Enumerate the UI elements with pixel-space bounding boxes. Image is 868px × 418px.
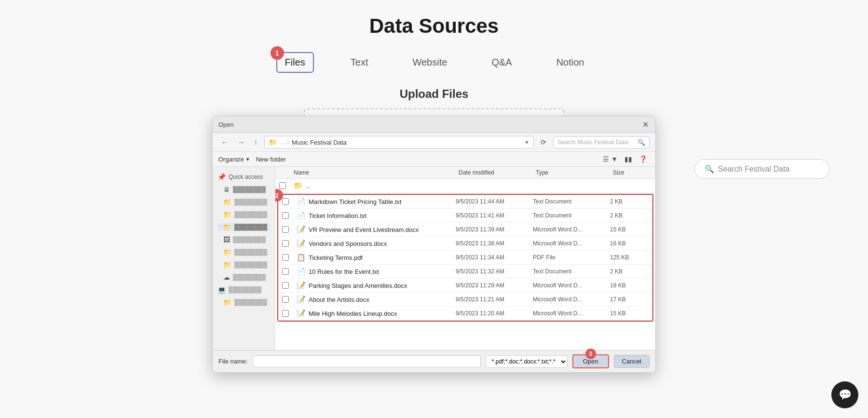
sidebar-item-3[interactable]: 📁 ████████ (213, 208, 275, 221)
page-title: Data Sources (369, 14, 499, 38)
quickaccess-icon: 📌 (217, 173, 226, 181)
address-folder-icon: 📁 (269, 138, 277, 146)
desktop-icon: 🖥 (223, 186, 230, 193)
file-checkbox-0[interactable] (282, 198, 289, 205)
file-icon-doc-6: 📝 (297, 281, 306, 290)
file-row-5[interactable]: 📄 10 Rules for the Event.txt 9/5/2023 11… (278, 265, 652, 279)
file-row-7[interactable]: 📝 About the Artists.docx 9/5/2023 11:21 … (278, 293, 652, 307)
search-festival-bar[interactable]: 🔍 Search Festival Data (694, 159, 829, 179)
file-checkbox-6[interactable] (282, 282, 289, 289)
file-checkbox-5[interactable] (282, 268, 289, 275)
open-button[interactable]: 3 Open (572, 354, 609, 368)
dialog-sidebar: 📌 Quick access 🖥 ████████ 📁 ████████ 📁 (213, 167, 275, 350)
col-date: Date modified (459, 169, 536, 176)
nav-up-button[interactable]: ↑ (251, 137, 260, 147)
file-row-4[interactable]: 📋 Ticketing Terms.pdf 9/5/2023 11:34 AM … (278, 251, 652, 265)
address-chevron-icon: ▼ (524, 139, 529, 145)
tab-website[interactable]: Website (405, 53, 455, 72)
file-row-1[interactable]: 📄 Ticket Information.txt 9/5/2023 11:41 … (278, 209, 652, 223)
new-folder-button[interactable]: New folder (256, 156, 286, 163)
search-icon: 🔍 (705, 164, 714, 174)
sidebar-item-10[interactable]: 📁 ████████ (213, 296, 275, 309)
tab-qa[interactable]: Q&A (484, 53, 519, 72)
file-checkbox-parent[interactable] (279, 182, 286, 189)
upload-title: Upload Files (400, 87, 469, 101)
tab-files[interactable]: 1 Files (276, 52, 314, 73)
filetype-select[interactable]: *.pdf;*.doc;*.docx;*.txt;*.* (486, 355, 568, 368)
address-path: Music Festival Data (292, 139, 521, 146)
dialog-actions-bar: Organize ▼ New folder ☰ ▼ ▮▮ ❓ (213, 152, 655, 167)
nav-forward-button[interactable]: → (235, 137, 247, 147)
file-icon-doc-2: 📝 (297, 225, 306, 234)
sidebar-item-7[interactable]: 📁 ████████ (213, 258, 275, 271)
dialog-search-icon: 🔍 (637, 139, 645, 146)
filename-input[interactable] (253, 355, 481, 367)
sidebar-item-5[interactable]: 🖼 ████████ (213, 233, 275, 246)
sidebar-item-6[interactable]: 📁 ████████ (213, 246, 275, 258)
file-row-3[interactable]: 📝 Vendors and Sponsors.docx 9/5/2023 11:… (278, 237, 652, 251)
file-row-6[interactable]: 📝 Parking Stages and Amenities.docx 9/5/… (278, 279, 652, 293)
cancel-button[interactable]: Cancel (614, 355, 650, 368)
sidebar-item-8[interactable]: ☁ ████████ (213, 271, 275, 283)
files-highlight-region: 2 📄 Markdown Ticket Pricing Table.txt 9/… (277, 194, 653, 322)
dialog-close-button[interactable]: ✕ (641, 120, 650, 129)
tab-text[interactable]: Text (343, 53, 376, 72)
file-icon-txt-1: 📄 (297, 211, 306, 220)
file-list-header: Name Date modified Type Size (275, 167, 655, 179)
view-detail-button[interactable]: ▮▮ (622, 154, 635, 164)
address-bar[interactable]: 📁 … › Music Festival Data ▼ (264, 136, 534, 148)
file-checkbox-2[interactable] (282, 226, 289, 233)
file-icon-pdf-4: 📋 (297, 253, 306, 262)
step-badge-3: 3 (585, 349, 596, 359)
refresh-button[interactable]: ⟳ (538, 137, 549, 147)
dialog-titlebar: Open ✕ (213, 116, 655, 133)
file-row-0[interactable]: 📄 Markdown Ticket Pricing Table.txt 9/5/… (278, 195, 652, 209)
organize-button[interactable]: Organize ▼ (218, 156, 250, 163)
chatbot-icon: 💬 (839, 389, 852, 401)
dialog-toolbar: ← → ↑ 📁 … › Music Festival Data ▼ ⟳ Sear… (213, 133, 655, 152)
file-checkbox-4[interactable] (282, 254, 289, 261)
dialog-filelist: Name Date modified Type Size 📁 .. 2 (275, 167, 655, 350)
tabs-container: 1 Files Text Website Q&A Notion (276, 52, 592, 73)
sidebar-item-desktop[interactable]: 🖥 ████████ (213, 183, 275, 196)
folder-up-icon: 📁 (294, 181, 303, 190)
file-icon-txt-5: 📄 (297, 267, 306, 276)
chatbot-icon-button[interactable]: 💬 (831, 381, 858, 408)
sidebar-item-9[interactable]: 💻 ████████ (213, 283, 275, 296)
tab-notion[interactable]: Notion (549, 53, 592, 72)
dialog-body: 📌 Quick access 🖥 ████████ 📁 ████████ 📁 (213, 167, 655, 350)
sidebar-item-4[interactable]: 📁 ████████ (213, 221, 275, 233)
file-checkbox-8[interactable] (282, 310, 289, 317)
view-controls: ☰ ▼ ▮▮ ❓ (600, 154, 650, 164)
file-icon-doc-7: 📝 (297, 295, 306, 304)
sidebar-item-2[interactable]: 📁 ████████ (213, 196, 275, 208)
help-button[interactable]: ❓ (637, 154, 650, 164)
col-name: Name (294, 169, 459, 176)
file-checkbox-3[interactable] (282, 240, 289, 247)
col-size: Size (613, 169, 651, 176)
file-checkbox-7[interactable] (282, 296, 289, 303)
file-icon-txt-0: 📄 (297, 197, 306, 206)
organize-chevron-icon: ▼ (245, 157, 250, 162)
file-icon-doc-3: 📝 (297, 239, 306, 248)
file-row-2[interactable]: 📝 VR Preview and Event Livestream.docx 9… (278, 223, 652, 237)
file-checkbox-1[interactable] (282, 212, 289, 219)
nav-back-button[interactable]: ← (218, 137, 231, 147)
sidebar-item-quickaccess[interactable]: 📌 Quick access (213, 171, 275, 183)
file-row-8[interactable]: 📝 Mile High Melodies Lineup.docx 9/5/202… (278, 307, 652, 321)
file-icon-doc-8: 📝 (297, 309, 306, 318)
dialog-title: Open (218, 121, 234, 128)
file-open-dialog: Open ✕ ← → ↑ 📁 … › Music Festival Data ▼… (212, 116, 656, 373)
dialog-search-placeholder: Search Music Festival Data (557, 139, 628, 146)
filename-label: File name: (218, 358, 248, 365)
file-row-parent[interactable]: 📁 .. (275, 179, 655, 193)
dialog-footer: File name: *.pdf;*.doc;*.docx;*.txt;*.* … (213, 350, 655, 372)
dialog-search-box[interactable]: Search Music Festival Data 🔍 (553, 136, 650, 148)
view-list-button[interactable]: ☰ ▼ (600, 154, 620, 164)
col-type: Type (536, 169, 613, 176)
step-badge-1: 1 (271, 46, 284, 60)
